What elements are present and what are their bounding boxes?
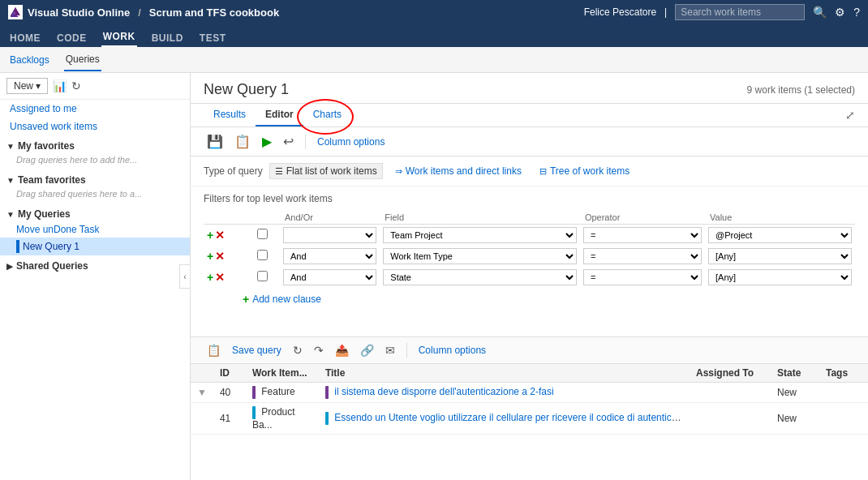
team-favorites-triangle: ▼	[6, 176, 15, 185]
sidebar-item-move-undone-task[interactable]: Move unDone Task	[0, 221, 190, 238]
filter-row-1-andor[interactable]	[283, 227, 376, 243]
col-header-value: Value	[705, 211, 855, 225]
second-nav-backlogs[interactable]: Backlogs	[8, 49, 51, 71]
table-row: ▼ 40 Feature il sistema deve disporre de…	[191, 383, 868, 403]
filter-row-3-value[interactable]: [Any]	[708, 269, 852, 285]
shared-queries-header[interactable]: ▶ Shared Queries	[0, 255, 190, 273]
query-type-direct[interactable]: ⇒ Work items and direct links	[389, 163, 527, 179]
row-41-title-link[interactable]: Essendo un Utente voglio utilizzare il c…	[334, 412, 685, 423]
content-area: New Query 1 9 work items (1 selected) Re…	[191, 73, 868, 480]
col-id: ID	[213, 364, 246, 383]
results-redo-icon[interactable]: ↷	[311, 342, 327, 358]
add-new-clause-btn[interactable]: + Add new clause	[204, 288, 321, 306]
undo-icon-btn[interactable]: ↩	[280, 132, 297, 151]
col-assigned: Assigned To	[690, 364, 771, 383]
filter-row-1-add-btn[interactable]: +	[207, 229, 213, 242]
row-41-title-bar	[325, 412, 329, 425]
col-title: Title	[319, 364, 690, 383]
col-state: State	[771, 364, 819, 383]
results-email-icon[interactable]: ✉	[382, 342, 398, 358]
filter-row-1-value[interactable]: @Project	[708, 227, 852, 243]
results-refresh-icon[interactable]: ↻	[290, 342, 306, 358]
filter-row-3-operator[interactable]: =	[583, 269, 702, 285]
vs-title: Visual Studio Online	[28, 6, 130, 19]
nav-build[interactable]: BUILD	[150, 29, 185, 47]
fullscreen-button[interactable]: ⤢	[845, 109, 855, 122]
filter-row-3-del-btn[interactable]: ✕	[215, 271, 225, 284]
filter-row-1-del-btn[interactable]: ✕	[215, 229, 225, 242]
filter-row-3-checkbox[interactable]	[257, 271, 268, 281]
row-40-expand[interactable]: ▼	[191, 383, 213, 403]
save-as-icon-btn[interactable]: 📋	[231, 132, 254, 151]
tree-label: Tree of work items	[550, 165, 630, 177]
my-favorites-header[interactable]: ▼ My favorites	[0, 135, 190, 153]
query-type-tree[interactable]: ⊟ Tree of work items	[534, 163, 635, 179]
content-header: New Query 1 9 work items (1 selected)	[191, 73, 868, 104]
filter-row-2-andor[interactable]: And	[283, 248, 376, 264]
col-expand	[191, 364, 213, 383]
top-bar-separator: /	[138, 6, 141, 19]
row-40-type: Feature	[246, 383, 319, 403]
top-bar: Visual Studio Online / Scrum and TFS coo…	[0, 0, 868, 24]
results-save-icon[interactable]: 📋	[204, 342, 224, 358]
results-export-icon[interactable]: 📤	[332, 342, 352, 358]
filter-row-2-field[interactable]: Work Item Type	[383, 248, 577, 264]
filter-row-1: + ✕ Team Project = @Project	[204, 225, 855, 246]
tree-icon: ⊟	[539, 166, 547, 177]
column-options-btn[interactable]: Column options	[314, 135, 388, 149]
new-button[interactable]: New ▾	[6, 78, 48, 94]
search-icon[interactable]: 🔍	[813, 6, 827, 19]
col-header-add-del	[204, 211, 254, 225]
filter-row-1-checkbox[interactable]	[257, 229, 268, 239]
row-40-title-link[interactable]: il sistema deve disporre dell'autenticaz…	[334, 386, 553, 397]
team-favorites-header[interactable]: ▼ Team favorites	[0, 169, 190, 187]
sidebar-chart-icon[interactable]: 📊	[53, 79, 67, 92]
filter-row-3-add-btn[interactable]: +	[207, 271, 213, 284]
filter-row-1-field[interactable]: Team Project	[383, 227, 577, 243]
col-header-andor: And/Or	[280, 211, 380, 225]
filter-row-3-andor[interactable]: And	[283, 269, 376, 285]
flat-list-label: Flat list of work items	[286, 165, 377, 177]
tab-editor[interactable]: Editor	[256, 104, 303, 126]
query-type-flat[interactable]: ☰ Flat list of work items	[269, 163, 383, 179]
sidebar-collapse-button[interactable]: ‹	[179, 264, 191, 289]
filter-row-2-checkbox[interactable]	[257, 250, 268, 260]
sidebar-refresh-icon[interactable]: ↻	[71, 79, 81, 92]
filter-row-1-operator[interactable]: =	[583, 227, 702, 243]
nav-home[interactable]: HOME	[8, 29, 42, 47]
query-type-label: Type of query	[204, 165, 263, 177]
row-41-id: 41	[213, 403, 246, 435]
sidebar-item-unsaved-work-items[interactable]: Unsaved work items	[0, 118, 190, 135]
results-save-query-btn[interactable]: Save query	[229, 343, 285, 358]
filter-row-2-operator[interactable]: =	[583, 248, 702, 264]
nav-test[interactable]: TEST	[198, 29, 228, 47]
sidebar-item-new-query-1[interactable]: New Query 1	[0, 238, 190, 255]
sidebar-item-assigned-to-me[interactable]: Assigned to me	[0, 100, 190, 118]
nav-code[interactable]: CODE	[55, 29, 88, 47]
run-icon-btn[interactable]: ▶	[259, 132, 275, 151]
save-icon-btn[interactable]: 💾	[204, 132, 226, 151]
filter-row-2-add-btn[interactable]: +	[207, 250, 213, 263]
row-41-type-bar	[252, 406, 256, 419]
filter-row-3-add-del: + ✕	[204, 267, 254, 288]
nav-work[interactable]: WORK	[101, 28, 137, 47]
my-queries-header[interactable]: ▼ My Queries	[0, 204, 190, 221]
search-input[interactable]	[675, 4, 805, 20]
filter-row-2-del-btn[interactable]: ✕	[215, 250, 225, 263]
filter-row-2-value[interactable]: [Any]	[708, 248, 852, 264]
results-column-options-btn[interactable]: Column options	[415, 343, 489, 358]
nav-bar: HOME CODE WORK BUILD TEST	[0, 24, 868, 47]
table-row: 41 Product Ba... Essendo un Utente vogli…	[191, 403, 868, 435]
team-favorites-label: Team favorites	[18, 174, 86, 186]
tab-results[interactable]: Results	[204, 104, 256, 126]
second-nav-queries[interactable]: Queries	[64, 49, 101, 71]
row-40-id: 40	[213, 383, 246, 403]
results-link-icon[interactable]: 🔗	[357, 342, 377, 358]
tab-charts[interactable]: Charts	[303, 104, 351, 126]
help-icon[interactable]: ?	[853, 6, 860, 19]
row-40-title-bar	[325, 386, 329, 399]
settings-icon[interactable]: ⚙	[835, 6, 845, 19]
filter-row-3-field[interactable]: State	[383, 269, 577, 285]
main-layout: New ▾ 📊 ↻ Assigned to me Unsaved work it…	[0, 73, 868, 480]
direct-links-icon: ⇒	[395, 166, 402, 177]
